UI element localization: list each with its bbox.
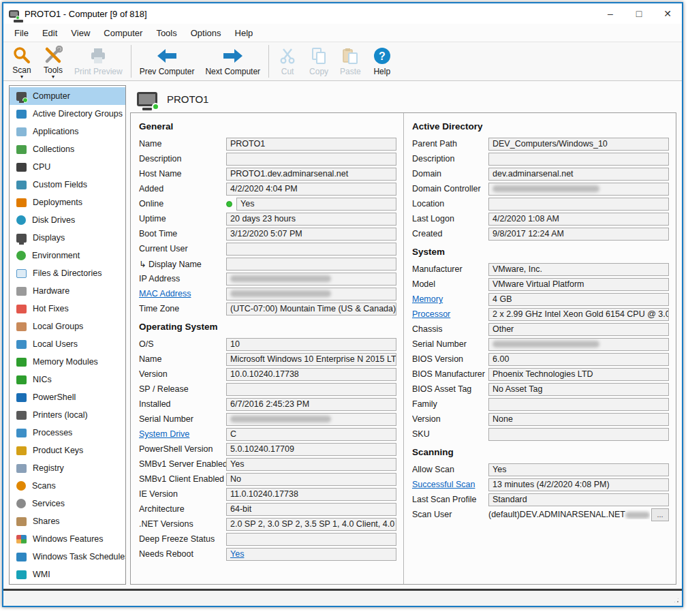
field-value-box[interactable]: C [226,428,396,441]
field-value-box[interactable]: (UTC-07:00) Mountain Time (US & Canada) [226,303,396,315]
field-value-box[interactable]: Yes [236,198,396,211]
field-value-box[interactable]: 64-bit [226,503,396,516]
field-label-link[interactable]: Memory [412,294,488,304]
sidebar-item-shares[interactable]: Shares [10,512,125,530]
menu-computer[interactable]: Computer [97,26,149,40]
sidebar-item-memory-modules[interactable]: Memory Modules [10,353,125,371]
sidebar-item-computer[interactable]: Computer [10,87,125,105]
scan-user-browse-button[interactable]: ... [651,508,669,521]
sidebar-item-wmi[interactable]: WMI [10,566,125,583]
sidebar-item-services[interactable]: Services [10,495,125,512]
field-label-link[interactable]: System Drive [139,429,226,439]
sidebar-item-nics[interactable]: NICs [10,371,125,388]
field-value-box[interactable]: 2.0 SP 2, 3.0 SP 2, 3.5 SP 1, 4.0 Client… [226,518,396,531]
field-value-box[interactable]: 10.0.10240.17738 [226,368,396,381]
next-computer-button[interactable]: Next Computer [200,44,266,79]
sidebar-item-processes[interactable]: Processes [10,424,125,442]
field-value-box[interactable]: PROTO1 [226,138,396,151]
menu-view[interactable]: View [64,26,97,40]
sidebar-item-applications[interactable]: Applications [10,123,125,140]
sidebar-item-local-groups[interactable]: Local Groups [10,318,125,335]
field-value-box[interactable] [488,398,669,411]
field-value-box[interactable]: 5.0.10240.17709 [226,443,396,456]
field-value-box[interactable]: 4 GB [488,293,669,306]
minimize-button[interactable]: – [596,3,625,24]
sidebar-item-deployments[interactable]: Deployments [10,194,125,211]
field-value-box[interactable] [488,428,669,441]
field-value-box[interactable]: 9/8/2017 12:24 AM [488,228,669,241]
field-value-box[interactable]: PROTO1.dev.adminarsenal.net [226,168,396,181]
sidebar-item-registry[interactable]: Registry [10,459,125,477]
field-value-box[interactable]: 6/7/2016 2:45:23 PM [226,398,396,411]
tools-dropdown-caret[interactable]: ▾ [52,75,54,79]
field-value-box[interactable] [226,288,396,301]
field-value-box[interactable]: 4/2/2020 1:08 AM [488,213,669,226]
sidebar-item-windows-task-schedules[interactable]: Windows Task Schedules [10,548,125,566]
field-value-box[interactable]: 11.0.10240.17738 [226,488,396,501]
menu-tools[interactable]: Tools [149,26,183,40]
field-value-box[interactable] [226,273,396,286]
field-label-link[interactable]: Processor [412,309,488,319]
sidebar-item-disk-drives[interactable]: Disk Drives [10,211,125,229]
field-label-link[interactable]: Successful Scan [412,480,488,489]
field-value-box[interactable]: 2 x 2.99 GHz Intel Xeon Gold 6154 CPU @ … [488,308,669,321]
sidebar-item-collections[interactable]: Collections [10,140,125,158]
sidebar-item-custom-fields[interactable]: Custom Fields [10,176,125,194]
field-value-box[interactable]: 3/12/2020 5:07 PM [226,228,396,241]
scan-button[interactable]: Scan ▾ [6,44,37,79]
field-value-box[interactable] [226,153,396,166]
field-value-box[interactable]: 4/2/2020 4:04 PM [226,183,396,196]
field-value-box[interactable] [488,153,669,166]
field-value-box[interactable] [488,338,669,351]
sidebar-item-cpu[interactable]: CPU [10,158,125,176]
sidebar-item-printers-local-[interactable]: Printers (local) [10,406,125,424]
field-value-box[interactable]: Phoenix Technologies LTD [488,368,669,381]
field-label-link[interactable]: MAC Address [139,289,226,298]
maximize-button[interactable]: □ [625,3,653,24]
field-value-box[interactable]: Other [488,323,669,336]
field-value-box[interactable]: Standard [488,493,669,506]
field-value-box[interactable] [226,533,396,546]
field-value-box[interactable]: VMware Virtual Platform [488,278,669,291]
field-value-box[interactable]: Microsoft Windows 10 Enterprise N 2015 L… [226,353,396,366]
field-value-box[interactable]: 10 [226,338,396,351]
sidebar-item-windows-features[interactable]: Windows Features [10,530,125,548]
sidebar-item-hot-fixes[interactable]: Hot Fixes [10,300,125,318]
sidebar-item-local-users[interactable]: Local Users [10,335,125,353]
sidebar-item-environment[interactable]: Environment [10,247,125,264]
resize-grip-icon[interactable] [673,597,680,604]
tools-button[interactable]: Tools ▾ [37,44,69,79]
field-value-box[interactable]: No Asset Tag [488,383,669,396]
field-value-box[interactable] [226,243,396,256]
field-value-link[interactable]: Yes [230,549,244,559]
field-value-box[interactable]: None [488,413,669,426]
field-value-box[interactable]: Yes [226,548,396,561]
field-value-box[interactable]: VMware, Inc. [488,263,669,276]
field-value-box[interactable]: DEV_Computers/Windows_10 [488,138,669,151]
menu-file[interactable]: File [7,26,35,40]
field-value-box[interactable] [226,258,396,271]
close-button[interactable]: ✕ [653,3,682,24]
sidebar-item-scans[interactable]: Scans [10,477,125,495]
sidebar-item-files-directories[interactable]: Files & Directories [10,264,125,282]
field-value-box[interactable]: 20 days 23 hours [226,213,396,226]
menu-help[interactable]: Help [228,26,260,40]
field-value-box[interactable] [226,383,396,396]
sidebar-item-product-keys[interactable]: Product Keys [10,442,125,459]
field-value-box[interactable]: Yes [226,458,396,471]
menu-edit[interactable]: Edit [35,26,64,40]
help-button[interactable]: ? Help [366,44,398,79]
field-value-box[interactable] [488,183,669,196]
sidebar-item-displays[interactable]: Displays [10,229,125,247]
field-value-box[interactable] [226,413,396,426]
field-value-box[interactable] [488,198,669,211]
field-value-box[interactable]: 6.00 [488,353,669,366]
sidebar-item-powershell[interactable]: PowerShell [10,388,125,406]
menu-options[interactable]: Options [184,26,228,40]
sidebar-item-hardware[interactable]: Hardware [10,282,125,300]
field-value-box[interactable]: dev.adminarsenal.net [488,168,669,181]
prev-computer-button[interactable]: Prev Computer [134,44,200,79]
field-value-box[interactable]: 13 minutes (4/2/2020 4:08 PM) [488,478,669,491]
field-value-box[interactable]: Yes [488,463,669,476]
field-value-box[interactable]: No [226,473,396,486]
